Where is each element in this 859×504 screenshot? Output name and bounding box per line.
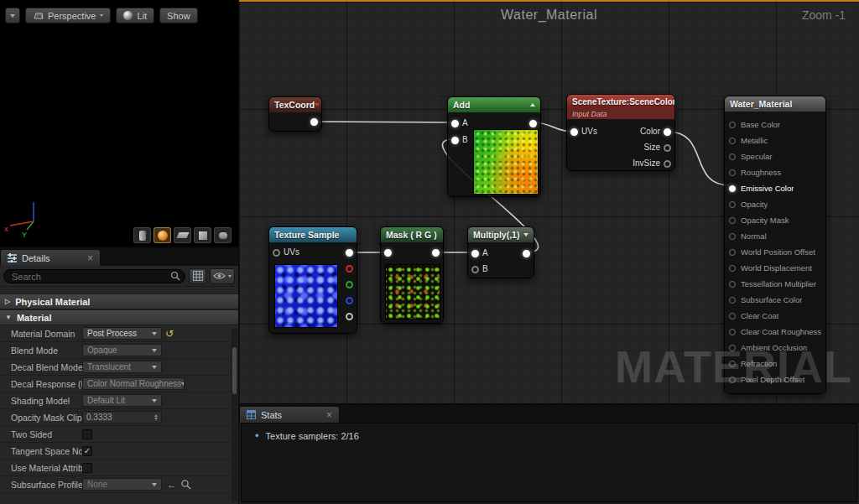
subsurface-profile-dropdown[interactable]: None [82,478,162,491]
lit-mode-button[interactable]: Lit [116,8,154,23]
node-mask[interactable]: Mask ( R G ) [380,226,444,324]
details-scrollbar-thumb[interactable] [232,347,237,394]
category-physical-material[interactable]: ▷ Physical Material [0,294,238,309]
use-material-attributes-checkbox[interactable] [82,463,92,473]
material-domain-dropdown[interactable]: Post Process [82,327,162,340]
two-sided-checkbox[interactable] [82,429,92,439]
blend-mode-dropdown[interactable]: Opaque [82,344,162,356]
output-pin-color[interactable] [664,128,671,136]
property-row: Two Sided [0,426,238,443]
output-pin[interactable] [523,250,530,257]
output-pin-r[interactable] [346,265,353,273]
input-pin[interactable] [729,297,736,304]
input-pin[interactable] [729,153,736,160]
decal-blend-mode-dropdown[interactable]: Translucent [82,361,162,373]
input-pin-uvs[interactable] [570,128,578,136]
tab-stats[interactable]: Stats × [239,406,340,423]
viewport-panel[interactable]: Perspective Lit Show x Y [0,0,238,247]
input-pin-b[interactable] [451,137,459,144]
wire-texcoord-to-add[interactable] [315,122,454,122]
preview-cube-button[interactable] [194,227,211,243]
output-pin[interactable] [310,118,318,126]
material-pin-refraction: Refraction [725,356,825,372]
input-pin[interactable] [729,329,736,335]
output-pin-invsize[interactable] [664,160,671,168]
input-pin-uvs[interactable] [273,249,280,257]
input-pin-a[interactable] [471,250,479,257]
property-row: Blend Mode Opaque [0,342,238,359]
input-pin[interactable] [729,138,736,144]
material-pin-subsurface-color: Subsurface Color [725,292,825,308]
expand-node-icon[interactable] [523,233,528,236]
output-pin-b[interactable] [346,297,353,304]
output-pin[interactable] [529,120,537,127]
input-pin[interactable] [729,169,736,176]
close-icon[interactable]: × [326,411,332,419]
output-pin-a[interactable] [346,313,353,320]
property-row: Shading Model Default Lit [0,392,238,409]
shading-model-dropdown[interactable]: Default Lit [82,394,162,407]
input-pin[interactable] [729,265,736,272]
output-pin-rgb[interactable] [346,249,353,257]
input-pin[interactable] [729,185,736,192]
reset-to-default-icon[interactable]: ↺ [165,329,174,339]
input-pin[interactable] [384,249,392,257]
input-pin[interactable] [729,377,736,383]
node-texcoord[interactable]: TexCoord [268,96,322,132]
property-matrix-button[interactable] [189,268,206,284]
material-pin-metallic: Metallic [725,132,825,148]
output-pin[interactable] [432,249,440,257]
input-pin[interactable] [729,361,736,367]
node-water-material[interactable]: Water_Material Base Color Metallic Specu… [724,96,826,394]
collapse-node-icon[interactable] [530,103,535,107]
input-pin-b[interactable] [471,266,479,273]
preview-plane-button[interactable] [174,227,191,243]
preview-shape-toolbar [133,227,232,243]
property-label: Two Sided [11,429,82,439]
input-pin[interactable] [729,313,736,320]
input-pin[interactable] [729,249,736,256]
input-pin[interactable] [729,201,736,208]
input-pin[interactable] [729,217,736,224]
close-icon[interactable]: × [87,254,93,262]
expander-icon[interactable]: ▼ [5,314,12,321]
spinner-icon[interactable] [154,414,158,420]
node-texture-sample[interactable]: Texture Sample UVs [268,226,357,334]
input-pin[interactable] [729,122,736,128]
expand-node-icon[interactable] [315,103,320,107]
tab-details[interactable]: Details × [0,249,101,266]
property-label: Decal Blend Mode [11,362,82,372]
search-input[interactable] [3,269,185,283]
category-material[interactable]: ▼ Material [0,309,238,325]
show-menu-button[interactable]: Show [159,8,198,23]
property-row: Decal Response (D Color Normal Roughness [0,376,238,392]
input-pin[interactable] [729,345,736,351]
preview-sphere-button[interactable] [154,227,171,243]
input-pin-a[interactable] [451,120,459,127]
opacity-mask-clip-input[interactable]: 0.3333 [82,411,162,423]
browse-asset-icon[interactable] [180,479,191,490]
view-options-button[interactable] [210,268,235,284]
output-pin-g[interactable] [346,281,353,288]
wire-scenetexture-to-emissive[interactable] [668,132,730,185]
node-multiply[interactable]: Multiply(,1) A B [467,226,534,278]
details-tab-label: Details [22,253,50,263]
perspective-button[interactable]: Perspective [25,8,111,23]
node-header: Texture Sample [269,227,357,242]
output-pin-size[interactable] [664,144,671,152]
node-add[interactable]: Add A B [447,96,541,197]
input-pin[interactable] [729,281,736,288]
property-label: Opacity Mask Clip [11,413,82,423]
decal-response-dropdown[interactable]: Color Normal Roughness [82,377,185,390]
viewport-options-button[interactable] [5,8,20,23]
input-pin[interactable] [729,233,736,240]
use-selected-asset-icon[interactable]: ← [167,479,177,491]
texture-preview [385,264,440,320]
expander-icon[interactable]: ▷ [5,298,10,305]
tangent-space-normal-checkbox[interactable]: ✓ [82,446,92,456]
details-panel: Details × [0,248,238,504]
preview-cylinder-button[interactable] [133,227,151,243]
preview-mesh-button[interactable] [214,227,232,243]
node-scenetexture[interactable]: SceneTexture:SceneColor Input Data UVs C… [566,94,675,171]
material-graph-canvas[interactable]: Water_Material Zoom -1 TexCoord Add [239,0,859,403]
